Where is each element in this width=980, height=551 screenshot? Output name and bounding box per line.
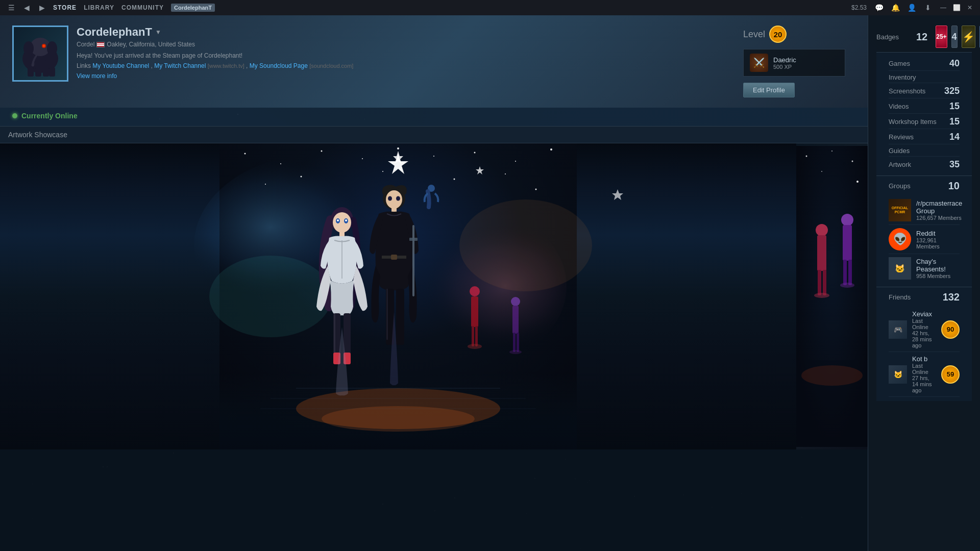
- stat-videos-value: 15: [949, 101, 960, 112]
- svg-point-86: [831, 151, 832, 152]
- download-icon[interactable]: ⬇: [921, 1, 935, 15]
- badge-name: Daedric: [773, 56, 796, 64]
- stat-screenshots-label: Screenshots: [889, 87, 925, 95]
- friend-item-xeviax[interactable]: 🎮 Xeviax Last Online 42 hrs, 28 mins ago…: [889, 307, 960, 352]
- profile-links: Links My Youtube Channel , My Twitch Cha…: [77, 62, 735, 69]
- badges-count: 12: [916, 31, 927, 43]
- svg-rect-61: [396, 289, 404, 345]
- soundcloud-url: [soundcloud.com]: [309, 63, 353, 69]
- group-item-reddit[interactable]: 👽 Reddit 132,961 Members: [889, 225, 960, 254]
- menu-icon[interactable]: ☰: [4, 1, 18, 15]
- nav-community[interactable]: COMMUNITY: [118, 1, 167, 15]
- badge-info: Daedric 500 XP: [773, 56, 796, 70]
- svg-rect-82: [843, 260, 847, 285]
- friend-item-kotb[interactable]: 🐱 Kot b Last Online 27 hrs, 14 mins ago …: [889, 352, 960, 397]
- view-more-link[interactable]: View more info: [77, 72, 735, 80]
- level-number: 20: [769, 26, 787, 43]
- nav-library[interactable]: LIBRARY: [81, 1, 117, 15]
- stat-artwork[interactable]: Artwork 35: [889, 158, 960, 171]
- svg-point-18: [321, 151, 323, 152]
- group-chay-info: Chay's Peasents! 958 Members: [916, 258, 960, 279]
- svg-point-87: [852, 161, 853, 162]
- wallet-balance[interactable]: $2.53: [848, 4, 870, 11]
- featured-badge[interactable]: ⚔️ Daedric 500 XP: [743, 49, 845, 77]
- close-button[interactable]: ✕: [964, 2, 976, 14]
- group-reddit-name: Reddit: [916, 230, 960, 237]
- friends-count: 132: [943, 291, 960, 303]
- svg-point-34: [322, 406, 475, 432]
- svg-rect-70: [513, 333, 516, 352]
- stat-games-value: 40: [949, 58, 960, 69]
- notification-icon[interactable]: 🔔: [888, 1, 902, 15]
- badges-section: Badges 12 25+ 4 ⚡ 😎: [876, 21, 972, 53]
- groups-label: Groups: [889, 182, 911, 190]
- right-panel: Badges 12 25+ 4 ⚡ 😎 Games 40 Inventory S…: [868, 15, 980, 551]
- friends-icon[interactable]: 👤: [904, 1, 919, 15]
- badges-label: Badges: [876, 33, 912, 41]
- svg-point-24: [550, 148, 552, 151]
- nav-store[interactable]: STORE: [50, 1, 80, 15]
- profile-avatar[interactable]: [12, 26, 68, 82]
- svg-point-54: [396, 196, 400, 201]
- chat-icon[interactable]: 💬: [872, 1, 886, 15]
- youtube-link[interactable]: My Youtube Channel: [92, 62, 149, 69]
- friend-xeviax-name: Xeviax: [912, 310, 936, 318]
- profile-username: CordelephanT ▼: [77, 26, 735, 39]
- stat-reviews-value: 14: [949, 132, 960, 142]
- online-text: Currently Online: [21, 112, 78, 120]
- group-reddit-members: 132,961 Members: [916, 237, 960, 249]
- artwork-container: [0, 143, 868, 449]
- groups-count: 10: [948, 180, 960, 192]
- main-panel: CordelephanT ▼ Cordel Oakley, California…: [0, 15, 868, 551]
- svg-rect-71: [517, 333, 519, 352]
- svg-point-80: [841, 214, 853, 226]
- soundcloud-link[interactable]: My Soundcloud Page: [250, 62, 308, 69]
- svg-rect-64: [471, 296, 478, 327]
- svg-point-22: [474, 152, 476, 154]
- minimize-button[interactable]: —: [937, 2, 949, 14]
- username-dropdown[interactable]: ▼: [155, 29, 161, 36]
- profile-realname: Cordel Oakley, California, United States: [77, 41, 735, 48]
- stat-games-label: Games: [889, 60, 910, 67]
- artwork-section: Artwork Showcase: [0, 127, 868, 551]
- stat-guides-label: Guides: [889, 147, 910, 155]
- svg-point-16: [244, 153, 246, 155]
- stat-screenshots-value: 325: [944, 86, 960, 96]
- stat-screenshots[interactable]: Screenshots 325: [889, 84, 960, 98]
- friend-xeviax-info: Xeviax Last Online 42 hrs, 28 mins ago: [912, 310, 936, 348]
- svg-rect-83: [848, 260, 852, 285]
- artwork-main[interactable]: [0, 143, 796, 449]
- avatar-image: [14, 27, 67, 80]
- reddit-logo: 👽: [889, 228, 911, 251]
- forward-icon[interactable]: ▶: [35, 1, 49, 15]
- edit-profile-button[interactable]: Edit Profile: [743, 83, 795, 97]
- restore-button[interactable]: ⬜: [950, 2, 963, 14]
- group-pcmr-members: 126,657 Members: [916, 215, 962, 221]
- badge-25plus[interactable]: 25+: [936, 26, 947, 48]
- svg-rect-69: [512, 306, 519, 334]
- group-item-pcmr[interactable]: OFFICIALPCMR /r/pcmasterrace Group 126,6…: [889, 196, 960, 225]
- stat-videos[interactable]: Videos 15: [889, 99, 960, 114]
- groups-header: Groups 10: [889, 180, 960, 192]
- artwork-thumbnail[interactable]: [796, 143, 868, 449]
- friend-kotb-name: Kot b: [912, 355, 936, 363]
- back-icon[interactable]: ◀: [19, 1, 34, 15]
- stat-reviews[interactable]: Reviews 14: [889, 130, 960, 144]
- stat-workshop[interactable]: Workshop Items 15: [889, 115, 960, 129]
- twitch-url: [www.twitch.tv]: [208, 63, 244, 69]
- badge-icon: ⚔️: [750, 54, 768, 72]
- stat-inventory[interactable]: Inventory: [889, 72, 960, 83]
- group-item-chay[interactable]: 🐱 Chay's Peasents! 958 Members: [889, 254, 960, 283]
- titlebar: ☰ ◀ ▶ STORE LIBRARY COMMUNITY Cordelepha…: [0, 0, 980, 15]
- svg-point-84: [840, 283, 854, 288]
- stat-games[interactable]: Games 40: [889, 57, 960, 71]
- stat-guides[interactable]: Guides: [889, 145, 960, 157]
- friend-kotb-info: Kot b Last Online 27 hrs, 14 mins ago: [912, 355, 936, 393]
- badge-lightning[interactable]: ⚡: [962, 26, 975, 48]
- twitch-link[interactable]: My Twitch Channel: [154, 62, 206, 69]
- svg-rect-91: [796, 360, 868, 447]
- content: CordelephanT ▼ Cordel Oakley, California…: [0, 15, 980, 551]
- friends-label: Friends: [889, 293, 911, 301]
- badge-4[interactable]: 4: [951, 26, 958, 48]
- svg-point-72: [509, 350, 522, 354]
